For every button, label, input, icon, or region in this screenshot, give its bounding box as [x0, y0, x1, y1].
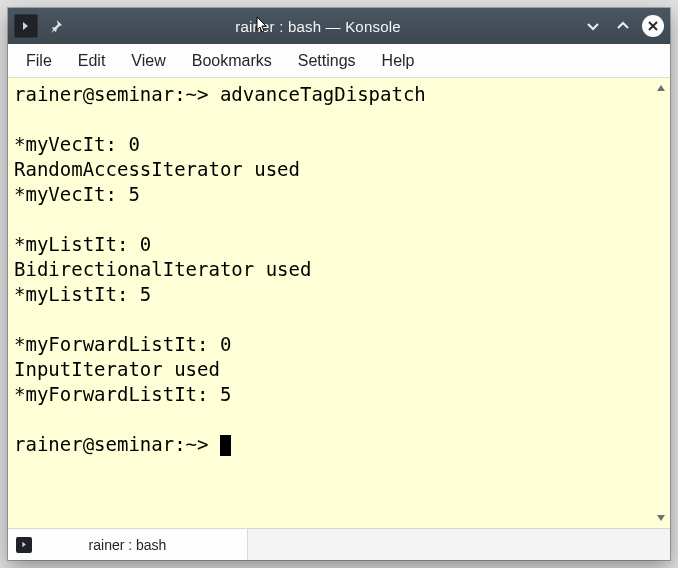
- menu-settings[interactable]: Settings: [286, 48, 368, 74]
- minimize-button[interactable]: [582, 15, 604, 37]
- terminal-area: rainer@seminar:~> advanceTagDispatch *my…: [8, 78, 670, 528]
- titlebar[interactable]: rainer : bash — Konsole: [8, 8, 670, 44]
- scroll-up-icon[interactable]: [655, 82, 667, 94]
- menu-file[interactable]: File: [14, 48, 64, 74]
- app-menu-icon[interactable]: [14, 14, 38, 38]
- menu-edit[interactable]: Edit: [66, 48, 118, 74]
- terminal-icon: [16, 537, 32, 553]
- tabbar: rainer : bash: [8, 528, 670, 560]
- close-button[interactable]: [642, 15, 664, 37]
- terminal-cursor: [220, 435, 231, 456]
- scrollbar[interactable]: [652, 78, 670, 528]
- menu-help[interactable]: Help: [370, 48, 427, 74]
- tab-label: rainer : bash: [42, 537, 233, 553]
- menubar: File Edit View Bookmarks Settings Help: [8, 44, 670, 78]
- window-title: rainer : bash — Konsole: [70, 18, 576, 35]
- tab-terminal[interactable]: rainer : bash: [8, 529, 248, 560]
- pin-icon[interactable]: [46, 19, 66, 33]
- scroll-down-icon[interactable]: [655, 512, 667, 524]
- konsole-window: rainer : bash — Konsole File Edit View B…: [8, 8, 670, 560]
- menu-bookmarks[interactable]: Bookmarks: [180, 48, 284, 74]
- terminal[interactable]: rainer@seminar:~> advanceTagDispatch *my…: [8, 78, 652, 528]
- window-controls: [582, 15, 664, 37]
- menu-view[interactable]: View: [119, 48, 177, 74]
- maximize-button[interactable]: [612, 15, 634, 37]
